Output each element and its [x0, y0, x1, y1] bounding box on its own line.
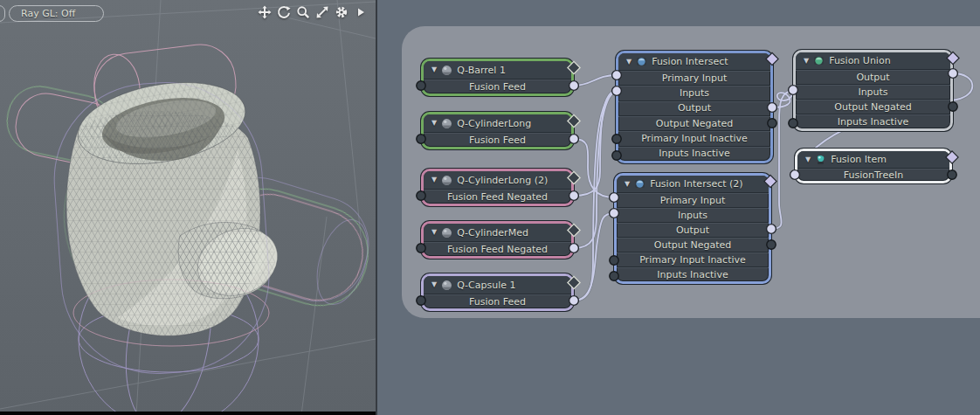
- port-row-fusiontreein: FusionTreeIn: [797, 168, 949, 181]
- node-row-fusion-feed: Fusion Feed: [424, 294, 571, 308]
- fit-view-icon[interactable]: [314, 4, 330, 20]
- port-row-inputs-inactive: Inputs Inactive: [617, 266, 769, 281]
- mesh-item-icon: [441, 118, 452, 129]
- fusion-intersect-icon: [634, 178, 645, 190]
- node-title: Fusion Union: [829, 55, 890, 66]
- schematic-panel[interactable]: ▼ Q-Barrel 1 Fusion Feed ▼ Q-CylinderLon…: [377, 0, 980, 415]
- node-row-fusion-feed: Fusion Feed: [424, 79, 571, 93]
- fusion-intersect-icon: [636, 56, 647, 67]
- pan-icon[interactable]: [257, 4, 273, 20]
- mesh-item-icon: [441, 65, 452, 76]
- node-title: Q-CylinderLong: [457, 118, 531, 129]
- fusion-item-icon: [815, 154, 826, 165]
- node-title: Fusion Intersect (2): [650, 178, 742, 190]
- node-q-cylinderlong[interactable]: ▼ Q-CylinderLong Fusion Feed: [421, 112, 574, 149]
- modo-schematic-window: Ray GL: Off: [0, 0, 980, 415]
- port-row-inputs-inactive: Inputs Inactive: [618, 146, 770, 161]
- port-row-primary-input-inactive: Primary Input Inactive: [618, 130, 770, 145]
- port-row-inputs-inactive: Inputs Inactive: [796, 114, 950, 128]
- port-row-output-negated: Output Negated: [617, 237, 769, 252]
- port-row-output: Output: [796, 69, 950, 84]
- raygl-label: Ray GL: Off: [21, 8, 75, 19]
- collapse-arrow-icon[interactable]: ▼: [625, 181, 630, 188]
- collapse-arrow-icon[interactable]: ▼: [805, 156, 811, 163]
- node-title: Q-CylinderLong (2): [457, 175, 548, 186]
- mesh-item-icon: [441, 175, 452, 186]
- node-title: Fusion Intersect: [652, 56, 728, 67]
- node-q-capsule-1[interactable]: ▼ Q-Capsule 1 Fusion Feed: [421, 273, 574, 311]
- collapse-arrow-icon[interactable]: ▼: [431, 229, 437, 236]
- viewport-3d[interactable]: Ray GL: Off: [0, 0, 376, 415]
- port-row-primary-input: Primary Input: [617, 192, 769, 207]
- node-title: Fusion Item: [831, 154, 887, 165]
- zoom-icon[interactable]: [295, 4, 311, 20]
- port-row-output: Output: [618, 100, 770, 115]
- port-row-inputs: Inputs: [617, 207, 769, 222]
- port-row-output-negated: Output Negated: [796, 99, 950, 114]
- node-row-fusion-feed-negated: Fusion Feed Negated: [424, 189, 571, 204]
- mesh-item-icon: [441, 280, 452, 291]
- expand-arrow-icon[interactable]: [353, 4, 369, 20]
- port-row-output-negated: Output Negated: [618, 115, 770, 130]
- node-q-barrel-1[interactable]: ▼ Q-Barrel 1 Fusion Feed: [421, 59, 574, 96]
- collapse-arrow-icon[interactable]: ▼: [431, 66, 437, 73]
- mesh-item-icon: [441, 227, 452, 239]
- node-fusion-intersect[interactable]: ▼ Fusion Intersect Primary Input Inputs …: [616, 51, 773, 163]
- node-row-fusion-feed: Fusion Feed: [424, 132, 571, 147]
- node-fusion-union[interactable]: ▼ Fusion Union Output Inputs Output Nega…: [793, 50, 953, 131]
- viewport-settings-gear-icon[interactable]: [334, 4, 349, 20]
- collapse-arrow-icon[interactable]: ▼: [431, 281, 437, 288]
- raygl-button[interactable]: Ray GL: Off: [9, 5, 104, 22]
- fused-mesh-model[interactable]: [48, 71, 288, 380]
- node-row-fusion-feed-negated: Fusion Feed Negated: [424, 241, 571, 256]
- node-fusion-intersect-2[interactable]: ▼ Fusion Intersect (2) Primary Input Inp…: [614, 173, 771, 284]
- node-q-cylindermed[interactable]: ▼ Q-CylinderMed Fusion Feed Negated: [421, 221, 574, 259]
- port-row-inputs: Inputs: [796, 84, 950, 99]
- collapse-arrow-icon[interactable]: ▼: [804, 58, 809, 65]
- node-q-cylinderlong-2[interactable]: ▼ Q-CylinderLong (2) Fusion Feed Negated: [421, 169, 574, 206]
- viewport-render: [0, 0, 376, 415]
- orbit-icon[interactable]: [276, 4, 292, 20]
- fusion-union-icon: [813, 55, 825, 66]
- node-title: Q-Barrel 1: [457, 65, 506, 76]
- node-title: Q-Capsule 1: [457, 280, 515, 291]
- viewport-bottom-bar: [0, 412, 376, 415]
- node-fusion-item[interactable]: ▼ Fusion Item FusionTreeIn: [795, 149, 952, 183]
- port-row-output: Output: [617, 222, 769, 237]
- port-row-inputs: Inputs: [618, 85, 770, 100]
- node-title: Q-CylinderMed: [457, 227, 528, 239]
- viewport-toolbar: [257, 4, 369, 20]
- port-row-primary-input: Primary Input: [618, 70, 770, 85]
- port-row-primary-input-inactive: Primary Input Inactive: [617, 252, 769, 266]
- collapse-arrow-icon[interactable]: ▼: [431, 120, 437, 127]
- collapse-arrow-icon[interactable]: ▼: [626, 59, 631, 66]
- collapse-arrow-icon[interactable]: ▼: [431, 176, 437, 183]
